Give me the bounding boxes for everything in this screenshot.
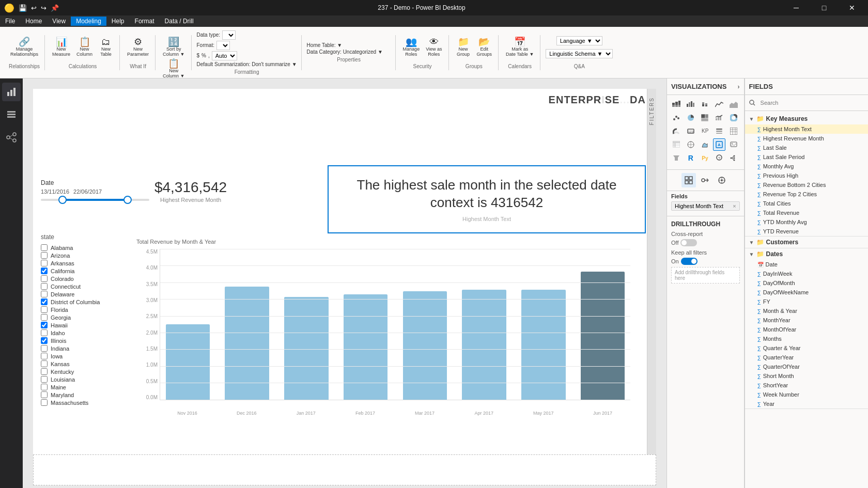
- report-view-icon[interactable]: [2, 83, 21, 101]
- field-item[interactable]: ∑Highest Month Text: [745, 124, 868, 134]
- vis-slicer[interactable]: [713, 125, 725, 137]
- field-item[interactable]: ∑Last Sale: [745, 143, 868, 152]
- field-item[interactable]: ∑YTD Monthly Avg: [745, 217, 868, 227]
- vis-filled-map[interactable]: [699, 138, 711, 151]
- state-checkbox[interactable]: [41, 322, 48, 328]
- bar-column[interactable]: [279, 249, 334, 400]
- state-item[interactable]: Indiana: [41, 344, 129, 352]
- language-select[interactable]: Language ▼: [556, 36, 602, 45]
- vis-area-chart[interactable]: [727, 98, 740, 111]
- state-checkbox[interactable]: [41, 345, 48, 352]
- slider-thumb-right[interactable]: [123, 196, 132, 204]
- state-item[interactable]: Alabama: [41, 244, 129, 251]
- state-item[interactable]: Kansas: [41, 360, 129, 368]
- field-item[interactable]: ∑DayOfWeekName: [745, 288, 868, 297]
- quick-redo[interactable]: ↪: [41, 4, 47, 12]
- field-item[interactable]: ∑MonthYear: [745, 316, 868, 325]
- field-item[interactable]: ∑Year: [745, 399, 868, 408]
- bar-column[interactable]: [516, 249, 571, 400]
- state-item[interactable]: Delaware: [41, 290, 129, 298]
- keep-filters-toggle[interactable]: On: [671, 258, 740, 265]
- state-checkbox[interactable]: [41, 275, 48, 282]
- quick-save[interactable]: 💾: [19, 4, 27, 12]
- vis-stacked-bar[interactable]: [670, 98, 683, 111]
- vis-gauge[interactable]: [670, 125, 683, 137]
- state-checkbox[interactable]: [41, 291, 48, 297]
- state-checkbox[interactable]: [41, 283, 48, 290]
- menu-home[interactable]: Home: [20, 17, 47, 26]
- field-chip-highest-month[interactable]: Highest Month Text ×: [671, 201, 740, 211]
- state-checkbox[interactable]: [41, 314, 48, 321]
- date-slider-track[interactable]: [41, 199, 149, 201]
- new-table-button[interactable]: 🗂 NewTable: [97, 36, 115, 58]
- vis-map[interactable]: [685, 138, 697, 151]
- field-item[interactable]: ∑Total Revenue: [745, 208, 868, 217]
- state-checkbox[interactable]: [41, 260, 48, 266]
- cross-report-toggle-track[interactable]: [680, 239, 697, 246]
- vis-qa-visual[interactable]: ?: [713, 152, 725, 164]
- fields-section-header[interactable]: ▼📁Customers: [745, 237, 868, 248]
- vis-stacked-column[interactable]: [699, 98, 711, 111]
- bar[interactable]: [284, 297, 328, 400]
- maximize-button[interactable]: □: [812, 0, 836, 15]
- slider-thumb-left[interactable]: [58, 196, 67, 204]
- vis-r-script[interactable]: R: [685, 152, 697, 164]
- state-checkbox[interactable]: [41, 252, 48, 259]
- bar-column[interactable]: [397, 249, 453, 400]
- bar[interactable]: [166, 324, 210, 400]
- new-group-button[interactable]: 📁 NewGroup: [454, 36, 473, 58]
- vis-pie[interactable]: [685, 112, 697, 124]
- state-item[interactable]: Hawaii: [41, 321, 129, 329]
- state-checkbox[interactable]: [41, 391, 48, 398]
- state-item[interactable]: Georgia: [41, 313, 129, 321]
- fields-section-header[interactable]: ▼📁Key Measures: [745, 113, 868, 124]
- state-item[interactable]: Maryland: [41, 391, 129, 399]
- format-select[interactable]: [216, 41, 230, 50]
- state-checkbox[interactable]: [41, 360, 48, 367]
- bar-column[interactable]: [457, 249, 512, 400]
- vis-matrix[interactable]: [670, 138, 683, 151]
- state-item[interactable]: Illinois: [41, 337, 129, 344]
- field-item[interactable]: ∑Short Month: [745, 371, 868, 381]
- field-item[interactable]: ∑Previous High: [745, 171, 868, 180]
- state-item[interactable]: Florida: [41, 306, 129, 313]
- state-item[interactable]: District of Columbia: [41, 298, 129, 306]
- field-chip-remove[interactable]: ×: [733, 203, 736, 209]
- field-item[interactable]: ∑DayOfMonth: [745, 278, 868, 288]
- vis-format-icon[interactable]: [698, 173, 712, 187]
- vis-combo[interactable]: [713, 112, 725, 124]
- data-view-icon[interactable]: [2, 105, 21, 124]
- mark-date-table-button[interactable]: 📅 Mark asDate Table ▼: [504, 36, 536, 58]
- new-column-button[interactable]: 📋 NewColumn: [74, 36, 95, 58]
- vis-text-box[interactable]: A: [713, 138, 725, 151]
- vis-line-chart[interactable]: [713, 98, 725, 111]
- field-item[interactable]: ∑Revenue Bottom 2 Cities: [745, 180, 868, 190]
- field-item[interactable]: ∑DayInWeek: [745, 269, 868, 278]
- state-checkbox[interactable]: [41, 329, 48, 336]
- vis-clustered-bar[interactable]: [685, 98, 697, 111]
- state-item[interactable]: Maine: [41, 383, 129, 391]
- close-button[interactable]: ✕: [840, 0, 864, 15]
- field-item[interactable]: ∑ShortYear: [745, 381, 868, 390]
- field-item[interactable]: ∑Months: [745, 334, 868, 343]
- bar-column[interactable]: [220, 249, 275, 400]
- new-measure-button[interactable]: 📊 NewMeasure: [50, 36, 72, 58]
- field-item[interactable]: ∑Last Sale Period: [745, 152, 868, 162]
- new-column-sort-button[interactable]: 📋 NewColumn ▼: [161, 58, 187, 80]
- bar[interactable]: [403, 291, 447, 400]
- vis-treemap[interactable]: [699, 112, 711, 124]
- visualizations-chevron[interactable]: ›: [738, 83, 740, 90]
- state-checkbox[interactable]: [41, 244, 48, 251]
- vis-donut[interactable]: [727, 112, 740, 124]
- state-checkbox[interactable]: [41, 353, 48, 359]
- vis-py-script[interactable]: Py: [699, 152, 711, 164]
- field-item[interactable]: ∑Highest Revenue Month: [745, 134, 868, 143]
- field-item[interactable]: ∑Revenue Top 2 Cities: [745, 190, 868, 199]
- state-checkbox[interactable]: [41, 267, 48, 274]
- bar[interactable]: [344, 294, 388, 400]
- state-checkbox[interactable]: [41, 376, 48, 383]
- vis-card[interactable]: 123: [685, 125, 697, 137]
- state-item[interactable]: Arkansas: [41, 259, 129, 267]
- state-item[interactable]: Idaho: [41, 329, 129, 337]
- auto-select[interactable]: Auto: [212, 51, 237, 60]
